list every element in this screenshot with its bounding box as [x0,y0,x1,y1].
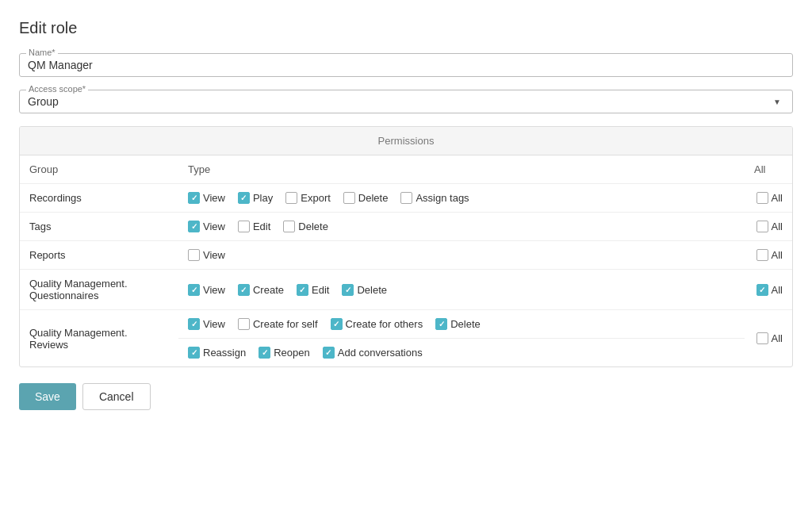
permission-checkbox[interactable] [283,221,295,232]
permission-label: Delete [357,284,387,296]
all-label: All [772,249,783,261]
permission-label: Reassign [203,347,246,359]
permission-checkbox[interactable] [342,284,354,296]
permission-checkbox[interactable] [188,284,200,296]
permission-checkbox[interactable] [400,192,412,204]
permission-item: View [188,249,225,261]
permission-label: Delete [358,192,389,204]
permission-checkbox[interactable] [238,192,250,204]
table-row: ReportsViewAll [20,241,792,270]
permission-item: Edit [297,284,329,296]
permissions-table: Group Type All RecordingsViewPlayExportD… [20,155,792,366]
permission-checkbox[interactable] [343,192,355,204]
permission-label: View [203,249,225,261]
cancel-button[interactable]: Cancel [82,383,151,410]
permission-checkbox[interactable] [238,318,250,330]
table-row: Quality Management. QuestionnairesViewCr… [20,270,792,310]
permission-item: Export [285,192,331,204]
permission-label: Play [253,192,273,204]
permission-label: View [203,318,225,330]
permission-label: Create for others [346,318,423,330]
access-scope-select-wrapper: Group All Own [28,95,784,108]
permission-items-cell: ViewCreate for selfCreate for othersDele… [178,310,745,339]
permission-label: Delete [298,221,328,232]
permission-checkbox[interactable] [297,284,308,296]
access-scope-field-container: Access scope* Group All Own [19,90,793,113]
table-row: TagsViewEditDeleteAll [20,213,792,241]
all-checkbox[interactable] [756,332,768,344]
permission-items-cell: ViewPlayExportDeleteAssign tags [178,184,745,213]
permission-label: Edit [253,221,270,232]
permission-label: View [203,192,225,204]
col-group-header: Group [20,155,178,184]
all-label: All [772,221,783,232]
permission-item: View [188,192,225,204]
permission-group-label: Recordings [20,184,178,213]
permission-item: View [188,284,225,296]
permission-label: Delete [450,318,481,330]
access-scope-select[interactable]: Group All Own [28,95,784,108]
permission-item: Edit [238,221,270,232]
permission-item: Reassign [188,347,246,359]
all-label: All [772,192,783,204]
permission-group-label: Quality Management. Reviews [20,310,178,367]
permission-item: Delete [283,221,328,232]
permission-item: Delete [343,192,389,204]
table-row: RecordingsViewPlayExportDeleteAssign tag… [20,184,792,213]
save-button[interactable]: Save [19,383,76,410]
permission-checkbox[interactable] [435,318,447,330]
permission-item: Play [238,192,273,204]
permission-item: Reopen [259,347,310,359]
permissions-container: Permissions Group Type All RecordingsVie… [19,126,793,367]
col-type-header: Type [178,155,745,184]
permission-label: Edit [312,284,329,296]
permission-item: Create for others [331,318,423,330]
page-title: Edit role [19,19,793,37]
permissions-scroll-area[interactable]: Group Type All RecordingsViewPlayExportD… [20,155,792,366]
permission-item: Create for self [238,318,318,330]
access-scope-label: Access scope* [26,84,88,94]
all-checkbox-cell: All [745,310,792,367]
permission-item: Create [238,284,284,296]
all-checkbox[interactable] [756,192,768,204]
permission-item: Assign tags [400,192,469,204]
permission-checkbox[interactable] [188,347,200,359]
permission-checkbox[interactable] [259,347,270,359]
name-input[interactable] [28,59,784,71]
all-checkbox[interactable] [756,249,768,261]
permission-group-label: Quality Management. Questionnaires [20,270,178,310]
permission-checkbox[interactable] [188,221,200,232]
permission-checkbox[interactable] [188,249,200,261]
permission-group-label: Tags [20,213,178,241]
col-all-header: All [745,155,792,184]
all-checkbox[interactable] [756,284,768,296]
permission-item: Add conversations [323,347,423,359]
all-checkbox-cell: All [745,241,792,270]
all-label: All [772,284,783,296]
table-header-row: Group Type All [20,155,792,184]
name-label: Name* [26,48,58,57]
permission-label: Reopen [274,347,310,359]
permission-item: Delete [342,284,387,296]
permission-checkbox[interactable] [331,318,343,330]
permission-label: Create [253,284,284,296]
footer-buttons: Save Cancel [19,383,793,410]
permission-checkbox[interactable] [238,221,250,232]
permission-item: View [188,318,225,330]
permission-label: Export [301,192,331,204]
table-row: Quality Management. ReviewsViewCreate fo… [20,310,792,339]
permission-checkbox[interactable] [285,192,297,204]
permission-checkbox[interactable] [323,347,335,359]
all-checkbox-cell: All [745,184,792,213]
permission-label: Assign tags [416,192,469,204]
permission-group-label: Reports [20,241,178,270]
all-label: All [772,332,783,344]
all-checkbox[interactable] [756,221,768,232]
permission-items-cell: ViewEditDelete [178,213,745,241]
permission-checkbox[interactable] [238,284,250,296]
permission-items-cell: View [178,241,745,270]
permission-checkbox[interactable] [188,318,200,330]
all-checkbox-cell: All [745,213,792,241]
permission-checkbox[interactable] [188,192,200,204]
permission-items-cell: ViewCreateEditDelete [178,270,745,310]
